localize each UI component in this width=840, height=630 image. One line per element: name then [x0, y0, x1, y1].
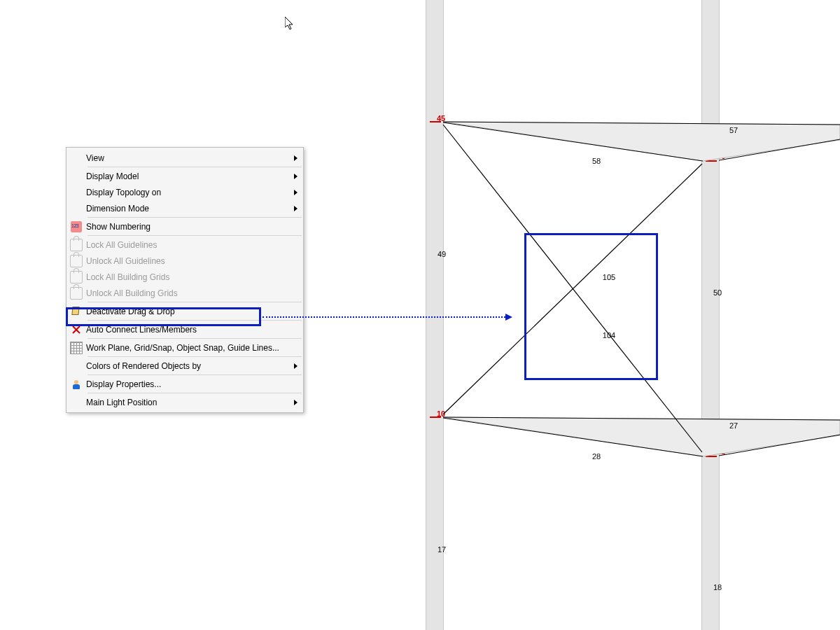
menu-dimension-mode-label: Dimension Mode	[86, 204, 303, 214]
menu-display-model-label: Display Model	[86, 172, 303, 181]
menu-separator	[88, 374, 302, 375]
menu-display-model[interactable]: Display Model	[66, 168, 303, 184]
svg-line-6	[443, 418, 703, 456]
member-58-label: 58	[592, 157, 601, 165]
svg-line-2	[443, 122, 703, 161]
menu-view-label: View	[86, 153, 303, 163]
node-45-label: 45	[437, 114, 445, 122]
node-11-label: 11	[717, 447, 725, 456]
menu-separator	[88, 320, 302, 321]
svg-line-1	[443, 122, 840, 125]
menu-show-numbering-label: Show Numbering	[86, 222, 303, 232]
menu-separator	[88, 167, 302, 167]
svg-line-7	[719, 435, 840, 456]
submenu-arrow-icon	[294, 190, 298, 195]
menu-main-light-position[interactable]: Main Light Position	[66, 394, 303, 410]
menu-separator	[88, 393, 302, 393]
unlock-icon	[66, 287, 86, 300]
menu-separator	[88, 356, 302, 357]
canvas-context-menu[interactable]: View Display Model Display Topology on D…	[66, 147, 304, 413]
menu-lock-building-grids[interactable]: Lock All Building Grids	[66, 269, 303, 285]
menu-work-plane[interactable]: Work Plane, Grid/Snap, Object Snap, Guid…	[66, 340, 303, 356]
member-49-label: 49	[438, 250, 446, 258]
menu-colors-rendered[interactable]: Colors of Rendered Objects by	[66, 358, 303, 374]
cursor-icon	[66, 306, 86, 317]
menu-lock-building-grids-label: Lock All Building Grids	[86, 272, 303, 282]
menu-view[interactable]: View	[66, 150, 303, 166]
member-50-label: 50	[713, 288, 722, 297]
lock-icon	[66, 239, 86, 251]
node-46-marker[interactable]	[706, 160, 717, 162]
svg-marker-0	[443, 122, 840, 161]
menu-unlock-building-grids-label: Unlock All Building Grids	[86, 288, 303, 298]
svg-marker-4	[443, 417, 840, 456]
menu-lock-guidelines[interactable]: Lock All Guidelines	[66, 237, 303, 253]
member-17-label: 17	[438, 545, 446, 554]
menu-main-light-position-label: Main Light Position	[86, 398, 303, 407]
member-28-label: 28	[592, 452, 601, 461]
selection-rectangle	[524, 233, 658, 380]
menu-separator	[88, 302, 302, 302]
submenu-arrow-icon	[294, 206, 298, 211]
submenu-arrow-icon	[294, 174, 298, 179]
menu-work-plane-label: Work Plane, Grid/Snap, Object Snap, Guid…	[86, 343, 303, 353]
x-icon	[66, 324, 86, 335]
node-10-label: 10	[437, 410, 445, 418]
menu-colors-rendered-label: Colors of Rendered Objects by	[86, 361, 303, 371]
menu-auto-connect[interactable]: Auto Connect Lines/Members	[66, 321, 303, 337]
menu-display-properties[interactable]: Display Properties...	[66, 376, 303, 392]
menu-unlock-building-grids[interactable]: Unlock All Building Grids	[66, 285, 303, 301]
menu-display-topology-label: Display Topology on	[86, 188, 303, 197]
menu-separator	[88, 217, 302, 218]
member-27-label: 27	[729, 421, 738, 430]
menu-dimension-mode[interactable]: Dimension Mode	[66, 200, 303, 216]
menu-lock-guidelines-label: Lock All Guidelines	[86, 240, 303, 250]
svg-line-5	[443, 417, 840, 420]
member-18-label: 18	[713, 583, 722, 592]
menu-separator	[88, 338, 302, 339]
submenu-arrow-icon	[294, 363, 298, 369]
menu-auto-connect-label: Auto Connect Lines/Members	[86, 325, 303, 335]
menu-separator	[88, 235, 302, 236]
member-57-label: 57	[729, 126, 738, 134]
grid-icon	[66, 342, 86, 354]
node-11-marker[interactable]	[706, 456, 717, 457]
menu-unlock-guidelines-label: Unlock All Guidelines	[86, 256, 303, 266]
menu-display-properties-label: Display Properties...	[86, 379, 303, 389]
numbers-icon	[66, 221, 86, 232]
callout-arrow	[262, 316, 511, 318]
submenu-arrow-icon	[294, 155, 298, 161]
menu-deactivate-drag-drop-label: Deactivate Drag & Drop	[86, 307, 303, 316]
menu-unlock-guidelines[interactable]: Unlock All Guidelines	[66, 253, 303, 269]
menu-show-numbering[interactable]: Show Numbering	[66, 218, 303, 234]
submenu-arrow-icon	[294, 400, 298, 405]
column-member-right[interactable]	[701, 0, 720, 630]
svg-line-3	[719, 139, 840, 160]
unlock-icon	[66, 255, 86, 267]
lock-icon	[66, 271, 86, 284]
person-icon	[66, 379, 86, 390]
column-member-left[interactable]	[426, 0, 444, 630]
node-46-label: 46	[717, 152, 725, 160]
menu-display-topology[interactable]: Display Topology on	[66, 184, 303, 200]
